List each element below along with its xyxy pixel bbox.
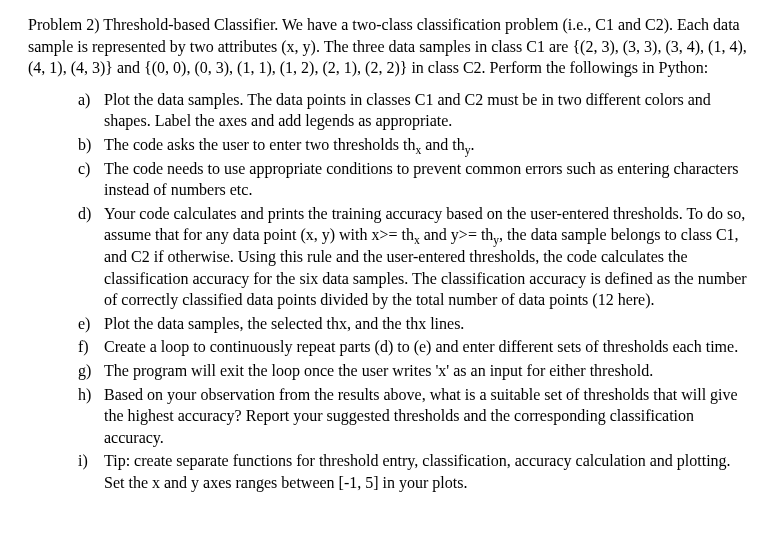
item-label: c) bbox=[78, 158, 104, 180]
list-item-c: c) The code needs to use appropriate con… bbox=[78, 158, 752, 201]
item-content: The code needs to use appropriate condit… bbox=[104, 158, 752, 201]
item-content: The code asks the user to enter two thre… bbox=[104, 134, 752, 156]
item-label: h) bbox=[78, 384, 104, 406]
list-item-b: b) The code asks the user to enter two t… bbox=[78, 134, 752, 156]
item-content: Plot the data samples. The data points i… bbox=[104, 89, 752, 132]
item-label: g) bbox=[78, 360, 104, 382]
list-item-a: a) Plot the data samples. The data point… bbox=[78, 89, 752, 132]
item-label: b) bbox=[78, 134, 104, 156]
problem-page: Problem 2) Threshold-based Classifier. W… bbox=[0, 0, 784, 509]
list-item-i: i) Tip: create separate functions for th… bbox=[78, 450, 752, 493]
item-label: d) bbox=[78, 203, 104, 225]
list-item-g: g) The program will exit the loop once t… bbox=[78, 360, 752, 382]
item-label: a) bbox=[78, 89, 104, 111]
list-item-f: f) Create a loop to continuously repeat … bbox=[78, 336, 752, 358]
item-label: f) bbox=[78, 336, 104, 358]
list-item-h: h) Based on your observation from the re… bbox=[78, 384, 752, 449]
item-label: e) bbox=[78, 313, 104, 335]
item-label: i) bbox=[78, 450, 104, 472]
item-content: Based on your observation from the resul… bbox=[104, 384, 752, 449]
item-content: Tip: create separate functions for thres… bbox=[104, 450, 752, 493]
list-item-e: e) Plot the data samples, the selected t… bbox=[78, 313, 752, 335]
problem-intro: Problem 2) Threshold-based Classifier. W… bbox=[28, 14, 752, 79]
problem-list: a) Plot the data samples. The data point… bbox=[28, 89, 752, 494]
item-content: The program will exit the loop once the … bbox=[104, 360, 752, 382]
list-item-d: d) Your code calculates and prints the t… bbox=[78, 203, 752, 311]
item-content: Create a loop to continuously repeat par… bbox=[104, 336, 752, 358]
item-content: Plot the data samples, the selected thx,… bbox=[104, 313, 752, 335]
item-content: Your code calculates and prints the trai… bbox=[104, 203, 752, 311]
